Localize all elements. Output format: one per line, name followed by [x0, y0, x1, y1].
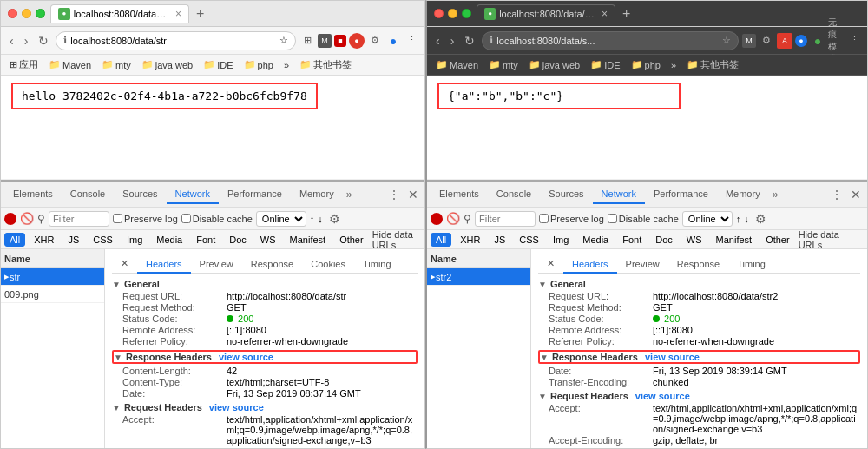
right-clear-button[interactable]: 🚫 — [446, 212, 460, 225]
right-detail-tab-response[interactable]: Response — [668, 256, 729, 274]
left-bookmark-apps[interactable]: ⊞ 应用 — [6, 57, 42, 72]
right-close-button[interactable] — [434, 9, 444, 18]
left-minimize-button[interactable] — [22, 9, 31, 18]
left-stop-icon[interactable]: ■ — [334, 35, 346, 47]
left-filter-ws[interactable]: WS — [255, 233, 281, 247]
left-detail-tab-cookies[interactable]: Cookies — [302, 256, 354, 274]
right-bookmarks-more[interactable]: » — [667, 59, 680, 71]
left-detail-tab-headers[interactable]: Headers — [137, 256, 191, 274]
left-detail-tab-response[interactable]: Response — [242, 256, 303, 274]
left-clear-button[interactable]: 🚫 — [20, 212, 34, 225]
right-filter-ws[interactable]: WS — [681, 233, 707, 247]
left-extension-icon3[interactable]: ⚙ — [367, 33, 383, 49]
left-disable-cache-label[interactable]: Disable cache — [181, 214, 253, 224]
left-list-item-str[interactable]: ▸ str — [1, 268, 104, 286]
left-filter-js[interactable]: JS — [62, 233, 84, 247]
left-detail-tab-preview[interactable]: Preview — [191, 256, 242, 274]
right-tab-close[interactable]: × — [602, 8, 608, 20]
left-devtab-console[interactable]: Console — [62, 185, 114, 204]
left-request-headers-section[interactable]: ▼ Request Headers view source — [112, 402, 418, 413]
left-preserve-log-label[interactable]: Preserve log — [113, 214, 178, 224]
right-filter-input[interactable] — [475, 211, 536, 227]
left-preserve-log-checkbox[interactable] — [113, 214, 122, 223]
left-bookmark-icon[interactable]: ⊞ — [299, 33, 315, 49]
right-filter-js[interactable]: JS — [489, 233, 510, 247]
left-response-view-source[interactable]: view source — [219, 352, 273, 362]
left-devtab-performance[interactable]: Performance — [219, 185, 291, 204]
right-address-input-wrap[interactable]: ℹ ☆ — [482, 31, 739, 50]
left-other-bookmarks[interactable]: 📁 其他书签 — [296, 57, 355, 72]
right-devtab-network[interactable]: Network — [593, 185, 645, 204]
left-back-button[interactable]: ‹ — [6, 32, 17, 50]
left-filter-font[interactable]: Font — [191, 233, 220, 247]
right-reload-button[interactable]: ↻ — [461, 32, 478, 50]
right-devtab-elements[interactable]: Elements — [431, 185, 488, 204]
right-record-button[interactable] — [431, 213, 443, 225]
left-forward-button[interactable]: › — [21, 32, 32, 50]
right-preserve-log-checkbox[interactable] — [539, 214, 549, 223]
left-request-view-source[interactable]: view source — [209, 402, 264, 413]
left-response-headers-section[interactable]: ▼ Response Headers view source — [112, 350, 418, 364]
left-bookmark-ide[interactable]: 📁 IDE — [200, 58, 236, 71]
right-minimize-button[interactable] — [448, 9, 457, 18]
right-devtab-sources[interactable]: Sources — [540, 185, 592, 204]
left-filter-img[interactable]: Img — [122, 233, 148, 247]
right-forward-button[interactable]: › — [447, 32, 458, 50]
right-extension-icon5[interactable]: ● — [810, 33, 825, 49]
right-devtools-settings-icon[interactable]: ⋮ — [828, 187, 845, 202]
left-filter-manifest[interactable]: Manifest — [285, 233, 332, 247]
right-filter-manifest[interactable]: Manifest — [711, 233, 758, 247]
left-address-input-wrap[interactable]: ℹ ☆ — [56, 31, 296, 50]
right-filter-css[interactable]: CSS — [514, 233, 544, 247]
left-filter-input[interactable] — [49, 211, 109, 227]
left-general-section[interactable]: ▼ General — [112, 279, 418, 289]
left-filter-icon[interactable]: ⚲ — [37, 213, 45, 225]
right-request-view-source[interactable]: view source — [635, 391, 690, 401]
left-active-tab[interactable]: ● localhost:8080/data/str × — [50, 4, 189, 23]
left-new-tab-button[interactable]: + — [193, 6, 207, 22]
right-devtab-performance[interactable]: Performance — [645, 185, 717, 204]
right-active-tab[interactable]: ● localhost:8080/data/str2 × — [477, 4, 615, 23]
right-filter-font[interactable]: Font — [617, 233, 647, 247]
left-tab-close[interactable]: × — [175, 8, 181, 20]
left-reload-button[interactable]: ↻ — [35, 32, 52, 50]
right-filter-media[interactable]: Media — [577, 233, 614, 247]
left-filter-doc[interactable]: Doc — [224, 233, 252, 247]
left-devtools-settings-icon[interactable]: ⋮ — [385, 187, 403, 202]
right-filter-doc[interactable]: Doc — [650, 233, 678, 247]
right-preserve-log-label[interactable]: Preserve log — [539, 214, 604, 224]
left-filter-css[interactable]: CSS — [88, 233, 118, 247]
left-maximize-button[interactable] — [36, 9, 45, 18]
left-filter-xhr[interactable]: XHR — [29, 233, 59, 247]
right-settings-gear-icon[interactable]: ⚙ — [753, 211, 769, 227]
right-devtab-memory[interactable]: Memory — [717, 185, 769, 204]
right-response-view-source[interactable]: view source — [645, 352, 700, 362]
left-devtools-close-icon[interactable]: ✕ — [405, 187, 421, 202]
right-extension-icon4[interactable]: ● — [795, 35, 807, 47]
right-back-button[interactable]: ‹ — [432, 32, 444, 50]
right-extension-icon1[interactable]: M — [742, 34, 756, 48]
left-online-select[interactable]: Online — [256, 211, 306, 227]
right-request-headers-section[interactable]: ▼ Request Headers view source — [538, 391, 860, 401]
right-filter-xhr[interactable]: XHR — [455, 233, 485, 247]
right-maximize-button[interactable] — [462, 9, 471, 18]
left-detail-close[interactable]: ✕ — [112, 255, 137, 274]
left-bookmark-php[interactable]: 📁 php — [240, 58, 277, 71]
right-bookmark-maven[interactable]: 📁 Maven — [432, 58, 482, 71]
right-detail-tab-preview[interactable]: Preview — [617, 256, 668, 274]
left-filter-all[interactable]: All — [4, 233, 25, 247]
left-extension-icon4[interactable]: ● — [385, 33, 401, 49]
left-menu-icon[interactable]: ⋮ — [404, 33, 419, 49]
right-bookmark-php[interactable]: 📁 php — [628, 58, 664, 71]
right-new-tab-button[interactable]: + — [619, 6, 634, 22]
left-detail-tab-timing[interactable]: Timing — [354, 256, 400, 274]
right-detail-close[interactable]: ✕ — [538, 255, 563, 274]
right-filter-icon[interactable]: ⚲ — [464, 213, 471, 225]
left-bookmark-maven[interactable]: 📁 Maven — [45, 58, 95, 71]
right-response-headers-section[interactable]: ▼ Response Headers view source — [538, 350, 860, 364]
left-filter-other[interactable]: Other — [334, 233, 369, 247]
left-star-icon[interactable]: ☆ — [279, 35, 288, 46]
left-extension-icon1[interactable]: M — [318, 34, 332, 48]
right-bookmark-javaweb[interactable]: 📁 java web — [525, 58, 583, 71]
right-list-item-str2[interactable]: ▸ str2 — [427, 268, 530, 286]
